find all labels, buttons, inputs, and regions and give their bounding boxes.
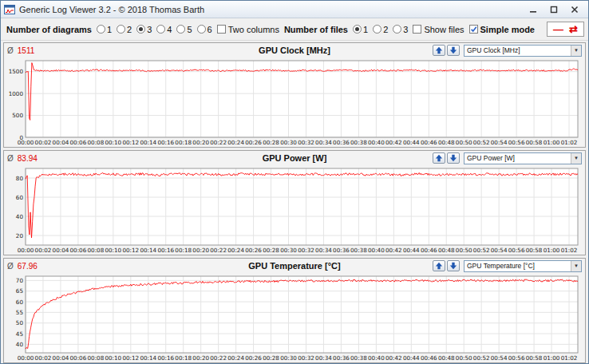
- close-button[interactable]: [564, 3, 585, 16]
- radio-files-2[interactable]: 2: [373, 25, 388, 34]
- radio-files-3[interactable]: 3: [393, 25, 408, 34]
- move-down-button[interactable]: [447, 45, 460, 56]
- line-style-controls[interactable]: — ⇄: [547, 22, 584, 37]
- selector-caret-icon: ▼: [571, 261, 581, 271]
- svg-text:00:34: 00:34: [315, 247, 332, 254]
- radio-diagrams-2[interactable]: 2: [117, 25, 132, 34]
- svg-text:01:00: 01:00: [544, 139, 560, 146]
- gpu-power-chart: 00:0000:0200:0400:0600:0800:1000:1200:14…: [4, 165, 585, 255]
- svg-text:00:28: 00:28: [263, 247, 279, 254]
- window-title: Generic Log Viewer 3.2 - © 2018 Thomas B…: [19, 5, 523, 14]
- svg-text:00:44: 00:44: [403, 139, 420, 146]
- svg-text:00:04: 00:04: [53, 247, 69, 254]
- svg-text:00:48: 00:48: [438, 247, 455, 254]
- svg-text:00:16: 00:16: [157, 139, 174, 146]
- svg-text:00:12: 00:12: [122, 247, 139, 254]
- svg-text:00:56: 00:56: [508, 354, 525, 362]
- svg-text:500: 500: [12, 112, 23, 119]
- arrow-down-icon: [449, 46, 457, 54]
- gpu-temperature-chart: 00:0000:0200:0400:0600:0800:1000:1200:14…: [4, 273, 585, 362]
- signal-selector[interactable]: GPU Clock [MHz] ▼: [464, 45, 582, 57]
- svg-text:20: 20: [16, 232, 24, 239]
- svg-text:00:36: 00:36: [333, 354, 350, 362]
- svg-text:00:16: 00:16: [157, 354, 174, 362]
- svg-text:1500: 1500: [9, 68, 24, 75]
- svg-text:00:48: 00:48: [438, 139, 455, 146]
- svg-text:00:56: 00:56: [508, 139, 525, 146]
- svg-text:00:26: 00:26: [245, 139, 262, 146]
- move-up-button[interactable]: [433, 260, 445, 271]
- radio-icon: [176, 25, 185, 34]
- arrow-down-icon: [449, 154, 457, 162]
- svg-text:00:20: 00:20: [192, 354, 209, 362]
- svg-text:00:40: 00:40: [368, 247, 385, 254]
- svg-text:01:00: 01:00: [544, 354, 560, 362]
- svg-text:00:42: 00:42: [385, 247, 402, 254]
- minimize-button[interactable]: [523, 3, 544, 16]
- svg-text:00:26: 00:26: [245, 247, 262, 254]
- svg-text:40: 40: [16, 341, 24, 348]
- svg-text:00:08: 00:08: [88, 139, 105, 146]
- svg-text:00:48: 00:48: [438, 354, 455, 362]
- radio-diagrams-4[interactable]: 4: [156, 25, 172, 34]
- svg-text:00:22: 00:22: [210, 247, 227, 254]
- radio-diagrams-3[interactable]: 3: [136, 25, 152, 34]
- simple-mode-checkbox[interactable]: Simple mode: [469, 25, 535, 34]
- svg-text:00:22: 00:22: [210, 354, 227, 362]
- svg-text:00:32: 00:32: [298, 354, 314, 362]
- svg-text:70: 70: [16, 277, 24, 284]
- average-value: Ø83.94: [7, 154, 38, 163]
- selector-caret-icon: ▼: [571, 153, 581, 164]
- svg-text:00:12: 00:12: [122, 354, 139, 362]
- radio-icon: [156, 25, 165, 34]
- svg-text:00:52: 00:52: [473, 247, 490, 254]
- move-down-button[interactable]: [447, 260, 460, 271]
- svg-text:00:44: 00:44: [403, 247, 420, 254]
- radio-icon: [97, 25, 105, 34]
- checkbox-icon: [217, 25, 226, 34]
- svg-text:00:20: 00:20: [192, 247, 209, 254]
- window-titlebar: Generic Log Viewer 3.2 - © 2018 Thomas B…: [1, 1, 588, 18]
- signal-selector[interactable]: GPU Temperature [°C] ▼: [464, 260, 582, 272]
- radio-diagrams-1[interactable]: 1: [97, 25, 112, 34]
- svg-text:00:42: 00:42: [385, 354, 402, 362]
- arrow-up-icon: [435, 262, 443, 270]
- average-value: Ø1511: [7, 46, 34, 55]
- radio-icon-selected: [136, 25, 145, 34]
- move-down-button[interactable]: [447, 152, 460, 164]
- svg-text:00:44: 00:44: [403, 354, 420, 362]
- svg-text:00:30: 00:30: [280, 139, 297, 146]
- two-columns-checkbox[interactable]: Two columns: [217, 25, 279, 34]
- show-files-checkbox[interactable]: Show files: [413, 25, 464, 34]
- average-value: Ø67.96: [7, 262, 38, 271]
- radio-icon: [117, 25, 125, 34]
- chart-panel-gpu-clock: Ø1511 GPU Clock [MHz] GPU Clock [MHz] ▼ …: [3, 42, 586, 148]
- svg-text:00:06: 00:06: [70, 247, 87, 254]
- svg-text:00:28: 00:28: [263, 139, 279, 146]
- radio-files-1[interactable]: 1: [353, 25, 368, 34]
- svg-text:60: 60: [16, 194, 24, 201]
- gpu-clock-chart: 00:0000:0200:0400:0600:0800:1000:1200:14…: [4, 57, 585, 147]
- svg-text:00:46: 00:46: [421, 139, 437, 146]
- svg-text:00:38: 00:38: [350, 354, 367, 362]
- signal-selector[interactable]: GPU Power [W] ▼: [464, 152, 582, 164]
- svg-text:00:46: 00:46: [421, 354, 437, 362]
- chart-panel-gpu-power: Ø83.94 GPU Power [W] GPU Power [W] ▼ 00:…: [3, 150, 586, 255]
- radio-diagrams-6[interactable]: 6: [197, 25, 212, 34]
- svg-text:00:52: 00:52: [473, 139, 490, 146]
- svg-text:00:26: 00:26: [245, 354, 262, 362]
- svg-text:00:14: 00:14: [140, 354, 156, 362]
- svg-text:00:30: 00:30: [280, 247, 297, 254]
- svg-text:55: 55: [16, 309, 23, 316]
- svg-text:00:32: 00:32: [298, 247, 314, 254]
- svg-text:00:40: 00:40: [368, 139, 385, 146]
- svg-text:00:50: 00:50: [456, 354, 472, 362]
- radio-diagrams-5[interactable]: 5: [176, 25, 192, 34]
- svg-text:00:06: 00:06: [70, 354, 87, 362]
- maximize-button[interactable]: [544, 3, 564, 16]
- svg-text:00:04: 00:04: [53, 354, 69, 362]
- move-up-button[interactable]: [433, 152, 445, 164]
- svg-text:00:58: 00:58: [526, 247, 543, 254]
- svg-text:00:42: 00:42: [385, 139, 402, 146]
- move-up-button[interactable]: [433, 45, 445, 56]
